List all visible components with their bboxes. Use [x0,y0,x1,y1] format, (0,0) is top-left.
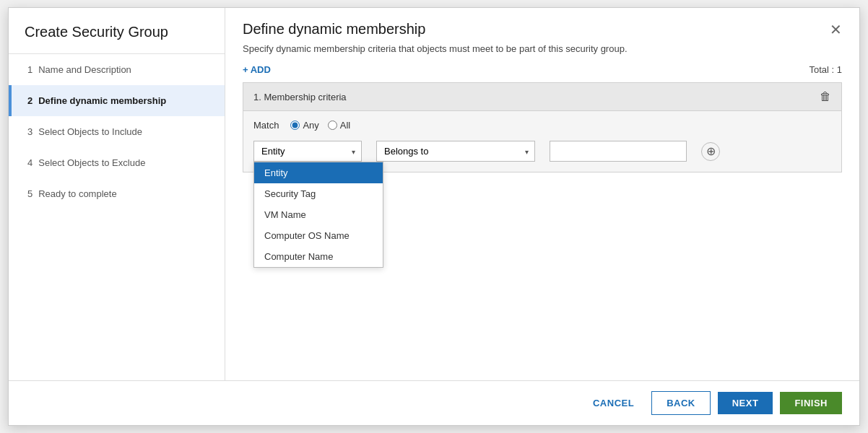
step-num-2: 2 [27,95,32,106]
dialog: Create Security Group 1 Name and Descrip… [8,7,860,426]
footer: CANCEL BACK NEXT FINISH [9,380,859,425]
total-label: Total : 1 [809,64,842,75]
entity-dropdown[interactable]: Entity ▾ [253,141,362,162]
entity-dropdown-list: Entity Security Tag VM Name Computer OS … [253,162,383,268]
dialog-body: Create Security Group 1 Name and Descrip… [9,8,859,380]
belongs-to-dropdown[interactable]: Belongs to ▾ [376,141,535,162]
criteria-conditions-row: Entity ▾ Entity Security Tag VM Name Com… [253,141,831,162]
step-label-1: Name and Description [38,64,131,75]
match-any-option[interactable]: Any [290,120,318,131]
sidebar-step-4[interactable]: 4 Select Objects to Exclude [9,147,225,178]
finish-button[interactable]: FINISH [780,392,842,414]
step-label-3: Select Objects to Include [38,126,142,137]
add-condition-button[interactable]: ⊕ [701,142,720,161]
sidebar-step-5[interactable]: 5 Ready to complete [9,178,225,209]
criteria-body: Match Any All [243,111,841,172]
step-num-5: 5 [27,188,32,199]
sidebar-step-1[interactable]: 1 Name and Description [9,54,225,85]
main-content: + ADD Total : 1 1. Membership criteria 🗑… [225,64,859,380]
step-num-1: 1 [27,64,32,75]
match-any-label: Any [303,120,318,131]
match-row: Match Any All [253,120,831,131]
match-label: Match [253,120,279,131]
entity-option-computer-name[interactable]: Computer Name [254,246,383,267]
back-button[interactable]: BACK [651,391,711,415]
sidebar-title: Create Security Group [9,8,225,54]
criteria-title: 1. Membership criteria [253,92,347,102]
match-all-radio[interactable] [328,121,337,130]
next-button[interactable]: NEXT [718,392,773,414]
close-button[interactable]: ✕ [830,22,842,37]
main-subtitle: Specify dynamic membership criteria that… [225,38,859,64]
main-title: Define dynamic membership [243,21,425,38]
sidebar: Create Security Group 1 Name and Descrip… [9,8,225,380]
step-num-4: 4 [27,157,32,168]
match-radio-group: Any All [290,120,350,131]
step-label-5: Ready to complete [38,188,116,199]
main-panel: Define dynamic membership ✕ Specify dyna… [225,8,859,380]
entity-dropdown-wrapper: Entity ▾ Entity Security Tag VM Name Com… [253,141,362,162]
belongs-to-chevron-icon: ▾ [525,147,529,155]
sidebar-steps: 1 Name and Description 2 Define dynamic … [9,54,225,209]
match-any-radio[interactable] [290,121,300,130]
add-button[interactable]: + ADD [243,64,271,75]
delete-criteria-button[interactable]: 🗑 [820,90,831,103]
belongs-to-label: Belongs to [384,146,428,157]
entity-option-computer-os-name[interactable]: Computer OS Name [254,225,383,246]
step-label-2: Define dynamic membership [38,95,166,106]
criteria-header: 1. Membership criteria 🗑 [243,83,841,111]
match-all-option[interactable]: All [328,120,350,131]
cancel-button[interactable]: CANCEL [583,392,644,414]
step-num-3: 3 [27,126,32,137]
step-label-4: Select Objects to Exclude [38,157,145,168]
add-row: + ADD Total : 1 [243,64,842,75]
sidebar-step-3[interactable]: 3 Select Objects to Include [9,116,225,147]
entity-chevron-icon: ▾ [352,147,355,155]
entity-option-entity[interactable]: Entity [254,162,383,183]
criteria-box: 1. Membership criteria 🗑 Match Any [243,82,842,172]
main-header: Define dynamic membership ✕ [225,8,859,38]
criteria-value-input[interactable] [550,141,687,162]
sidebar-step-2[interactable]: 2 Define dynamic membership [9,85,225,116]
match-all-label: All [340,120,350,131]
entity-selected-label: Entity [261,146,285,157]
belongs-to-dropdown-wrapper: Belongs to ▾ [376,141,535,162]
entity-option-vm-name[interactable]: VM Name [254,204,383,225]
entity-option-security-tag[interactable]: Security Tag [254,183,383,204]
